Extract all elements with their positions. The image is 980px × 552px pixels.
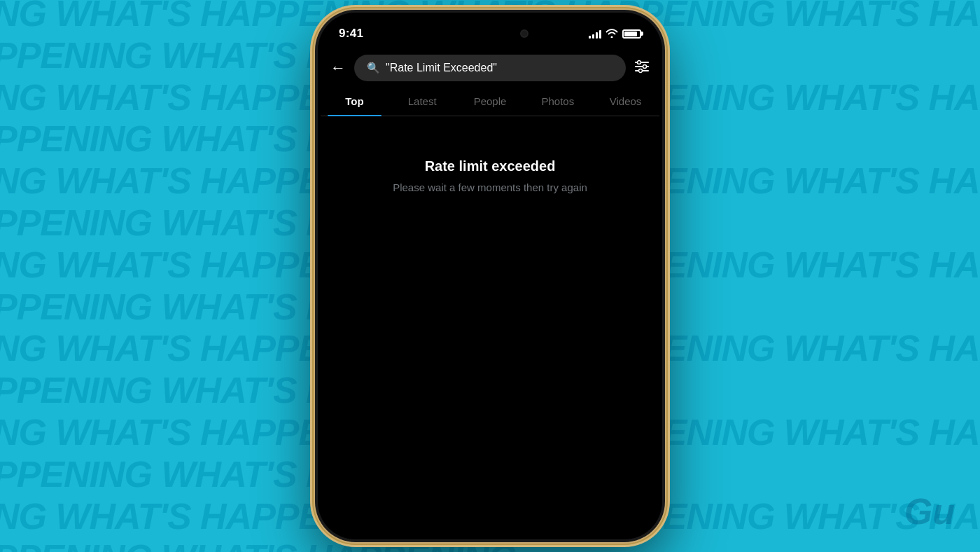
tab-photos[interactable]: Photos — [524, 88, 592, 116]
tab-latest[interactable]: Latest — [388, 88, 456, 116]
watermark: Gu — [904, 490, 955, 532]
phone-screen: 9:41 — [318, 13, 662, 539]
error-subtitle: Please wait a few moments then try again — [393, 181, 587, 193]
dynamic-island — [446, 21, 534, 46]
search-bar-row: ← 🔍 "Rate Limit Exceeded" — [318, 50, 662, 88]
camera-dot — [520, 29, 528, 38]
phone-wrapper: 9:41 — [315, 10, 665, 542]
signal-bar-4 — [599, 30, 601, 39]
status-time: 9:41 — [339, 27, 363, 41]
tab-videos[interactable]: Videos — [592, 88, 659, 116]
status-icons — [589, 28, 641, 40]
error-content: Rate limit exceeded Please wait a few mo… — [318, 116, 662, 214]
signal-bar-2 — [592, 34, 594, 39]
back-button[interactable]: ← — [330, 59, 346, 77]
phone-frame: 9:41 — [315, 10, 665, 542]
battery-icon — [622, 29, 641, 39]
tab-top[interactable]: Top — [321, 88, 388, 116]
tab-people[interactable]: People — [456, 88, 524, 116]
svg-point-5 — [639, 69, 643, 72]
wifi-icon — [606, 28, 618, 40]
error-title: Rate limit exceeded — [425, 158, 556, 174]
filter-button[interactable] — [634, 59, 650, 78]
tabs-row: Top Latest People Photos Videos — [321, 88, 659, 116]
svg-point-4 — [643, 64, 647, 68]
search-icon: 🔍 — [367, 62, 380, 74]
signal-bar-3 — [596, 32, 598, 39]
signal-bar-1 — [589, 36, 591, 39]
svg-point-3 — [638, 60, 641, 64]
signal-icon — [589, 29, 601, 39]
search-bar[interactable]: 🔍 "Rate Limit Exceeded" — [354, 55, 626, 81]
search-query: "Rate Limit Exceeded" — [386, 62, 497, 74]
battery-fill — [624, 32, 637, 36]
